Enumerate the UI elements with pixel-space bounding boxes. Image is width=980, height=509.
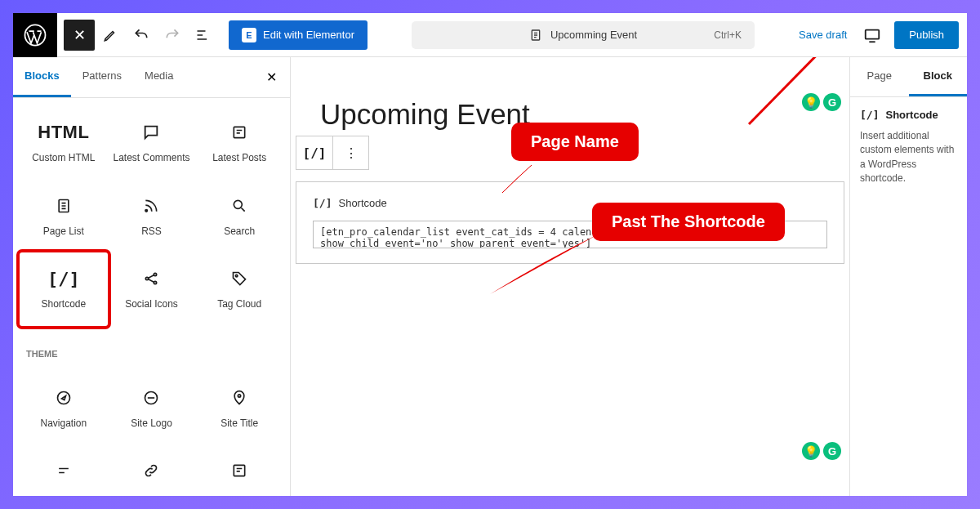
block-rss[interactable]: RSS [108, 180, 196, 253]
tab-block[interactable]: Block [909, 57, 968, 96]
top-toolbar: ✕ E Edit with Elementor Upcomming Event … [13, 13, 967, 57]
settings-panel: Page Block [/] Shortcode Insert addition… [849, 57, 967, 496]
callout-paste-shortcode: Past The Shortcode [592, 203, 785, 241]
svg-point-6 [234, 200, 242, 208]
block-extra-1[interactable] [20, 444, 108, 496]
main-area: Blocks Patterns Media ✕ HTMLCustom HTML … [13, 57, 967, 496]
grammarly-icon[interactable]: G [823, 442, 841, 460]
block-more-icon[interactable]: ⋮ [332, 136, 368, 169]
svg-rect-2 [866, 29, 880, 38]
block-toolbar: [/] ⋮ [296, 136, 369, 170]
edit-icon[interactable] [95, 20, 126, 51]
svg-point-10 [236, 275, 238, 278]
close-inserter-button[interactable]: ✕ [64, 20, 95, 51]
svg-point-13 [238, 395, 240, 397]
save-draft-button[interactable]: Save draft [799, 29, 847, 41]
editor-frame: ✕ E Edit with Elementor Upcomming Event … [13, 13, 967, 496]
block-site-logo[interactable]: Site Logo [108, 372, 196, 445]
compass-icon [56, 386, 72, 409]
command-center: Upcomming Event Ctrl+K [368, 21, 799, 49]
block-latest-comments[interactable]: Latest Comments [108, 106, 196, 180]
html-icon: HTML [38, 121, 89, 144]
block-tag-cloud[interactable]: Tag Cloud [195, 252, 283, 326]
tag-icon [231, 267, 247, 290]
undo-icon[interactable] [126, 20, 157, 51]
comment-icon [142, 121, 160, 144]
list-box-icon [231, 459, 247, 482]
command-pill-title: Upcomming Event [550, 29, 637, 41]
redo-icon[interactable] [157, 20, 188, 51]
tab-media[interactable]: Media [133, 57, 185, 97]
svg-point-5 [145, 209, 148, 212]
shortcode-icon: [/] [47, 267, 80, 290]
grammarly-icon[interactable]: G [823, 93, 841, 111]
preview-icon[interactable] [858, 21, 886, 49]
assistant-badges-bottom: 💡 G [802, 442, 841, 460]
page-list-icon [56, 194, 72, 217]
block-latest-posts[interactable]: Latest Posts [195, 106, 283, 180]
section-theme: THEME [13, 334, 290, 364]
settings-block-desc: Insert additional custom elements with a… [860, 129, 957, 186]
wordpress-logo[interactable] [13, 13, 57, 57]
block-extra-3[interactable] [195, 444, 283, 496]
block-type-icon[interactable]: [/] [296, 136, 332, 169]
command-pill[interactable]: Upcomming Event Ctrl+K [412, 21, 755, 49]
block-social-icons[interactable]: Social Icons [108, 252, 196, 326]
assistant-badges-top: 💡 G [802, 93, 841, 111]
publish-button[interactable]: Publish [894, 21, 959, 49]
tab-blocks[interactable]: Blocks [13, 57, 71, 97]
command-shortcut: Ctrl+K [714, 29, 742, 41]
site-logo-icon [143, 386, 159, 409]
block-navigation[interactable]: Navigation [20, 372, 108, 445]
link-icon [143, 459, 159, 482]
lines-icon [56, 459, 72, 482]
inserter-tabs: Blocks Patterns Media ✕ [13, 57, 290, 98]
close-inserter-icon[interactable]: ✕ [253, 57, 290, 97]
block-inserter-panel: Blocks Patterns Media ✕ HTMLCustom HTML … [13, 57, 291, 496]
share-icon [143, 267, 159, 290]
shortcode-icon: [/] [313, 197, 332, 209]
block-site-title[interactable]: Site Title [195, 372, 283, 445]
search-icon [231, 194, 247, 217]
bulb-icon[interactable]: 💡 [802, 442, 820, 460]
rss-icon [143, 194, 159, 217]
bulb-icon[interactable]: 💡 [802, 93, 820, 111]
settings-body: [/] Shortcode Insert additional custom e… [850, 97, 967, 198]
tab-page[interactable]: Page [850, 57, 909, 96]
svg-point-7 [146, 278, 149, 280]
page-icon [529, 29, 542, 42]
elementor-icon: E [242, 28, 256, 42]
settings-tabs: Page Block [850, 57, 967, 97]
map-pin-icon [231, 386, 247, 409]
editor-canvas[interactable]: Upcoming Event [/] ⋮ [/] Shortcode [etn_… [291, 57, 849, 496]
callout-page-name: Page Name [511, 123, 639, 161]
settings-block-title: [/] Shortcode [860, 109, 957, 121]
block-page-list[interactable]: Page List [20, 180, 108, 253]
block-custom-html[interactable]: HTMLCustom HTML [20, 106, 108, 180]
list-view-icon[interactable] [188, 20, 219, 51]
block-grid-theme: Navigation Site Logo Site Title [13, 364, 290, 496]
edit-with-elementor-button[interactable]: E Edit with Elementor [229, 20, 368, 50]
block-search[interactable]: Search [195, 180, 283, 253]
block-grid: HTMLCustom HTML Latest Comments Latest P… [13, 98, 290, 334]
svg-point-9 [154, 282, 157, 284]
svg-point-8 [154, 274, 157, 276]
elementor-button-label: Edit with Elementor [263, 29, 354, 41]
tab-patterns[interactable]: Patterns [71, 57, 133, 97]
shortcode-label: Shortcode [338, 197, 386, 209]
block-shortcode[interactable]: [/]Shortcode [20, 252, 108, 326]
shortcode-icon: [/] [860, 109, 879, 121]
posts-icon [231, 121, 247, 144]
block-extra-2[interactable] [108, 444, 196, 496]
